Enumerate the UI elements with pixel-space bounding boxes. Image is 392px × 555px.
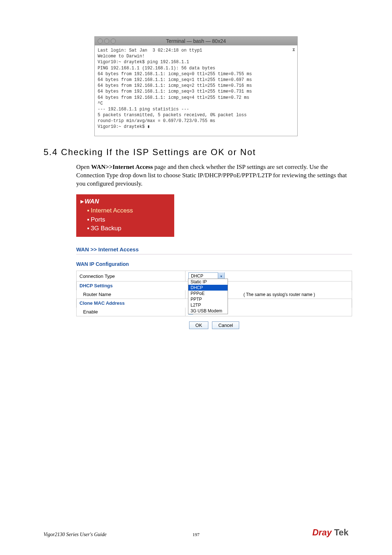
select-value: DHCP <box>189 274 218 279</box>
terminal-line: Vigor10:~ draytek$ ping 192.168.1.1 <box>98 59 294 65</box>
terminal-line: 64 bytes from 192.168.1.1: icmp_seq=4 tt… <box>98 95 294 101</box>
terminal-title: Terminal — bash — 80x24 <box>95 38 297 44</box>
terminal-window: Terminal — bash — 80x24 ⧗ Last login: Sa… <box>94 36 298 136</box>
terminal-line: 5 packets transmitted, 5 packets receive… <box>98 112 294 118</box>
option-pppoe[interactable]: PPPoE <box>188 291 228 296</box>
option-pptp[interactable]: PPTP <box>188 296 228 302</box>
enable-label: Enable <box>77 308 185 316</box>
option-l2tp[interactable]: L2TP <box>188 302 228 308</box>
router-name-note: ( The same as syslog's router name ) <box>244 292 315 297</box>
sidebar-label: Ports <box>91 216 105 223</box>
section-heading: 5.4 Checking If the ISP Settings are OK … <box>44 147 348 157</box>
terminal-line: --- 192.168.1.1 ping statistics --- <box>98 106 294 112</box>
wan-config-panel: Connection Type DHCP ▾ DHCP Settings Rou… <box>76 271 352 334</box>
config-section-title: WAN IP Configuration <box>76 261 348 267</box>
bullet-icon: ▪ <box>87 207 89 214</box>
terminal-line: Welcome to Darwin! <box>98 53 294 59</box>
sidebar-label: WAN <box>85 198 99 205</box>
logo-text-dray: Dray <box>312 527 331 537</box>
terminal-line: ^C <box>98 101 294 106</box>
scroll-indicator-icon: ⧗ <box>292 47 295 53</box>
breadcrumb: WAN >> Internet Access <box>76 246 348 252</box>
terminal-line: 64 bytes from 192.168.1.1: icmp_seq=2 tt… <box>98 83 294 89</box>
terminal-line: 64 bytes from 192.168.1.1: icmp_seq=3 tt… <box>98 89 294 94</box>
terminal-body: ⧗ Last login: Sat Jan 3 02:24:18 on ttyp… <box>95 45 297 136</box>
sidebar-label: Internet Access <box>91 207 133 214</box>
option-static-ip[interactable]: Static IP <box>188 279 228 285</box>
ok-button[interactable]: OK <box>189 321 208 329</box>
draytek-logo: Dray Tek <box>312 527 348 538</box>
bold-text: WAN>>Internet Access <box>91 163 153 170</box>
body-paragraph: Open WAN>>Internet Access page and then … <box>76 163 348 188</box>
terminal-line: Last login: Sat Jan 3 02:24:18 on ttyp1 <box>98 48 294 53</box>
logo-text-tek: Tek <box>332 527 348 537</box>
cancel-button[interactable]: Cancel <box>212 321 239 329</box>
wan-sidebar-menu: ▸WAN ▪Internet Access ▪Ports ▪3G Backup <box>76 194 174 237</box>
section-title: Checking If the ISP Settings are OK or N… <box>61 147 256 157</box>
router-name-label: Router Name <box>77 290 185 299</box>
footer-guide-title: Vigor2130 Series User's Guide <box>44 532 106 538</box>
terminal-line: PING 192.168.1.1 (192.168.1.1): 56 data … <box>98 65 294 71</box>
connection-type-dropdown[interactable]: Static IP DHCP PPPoE PPTP L2TP 3G USB Mo… <box>188 279 228 314</box>
sidebar-item-wan[interactable]: ▸WAN <box>81 197 170 206</box>
option-3g-usb-modem[interactable]: 3G USB Modem <box>188 308 228 314</box>
sidebar-label: 3G Backup <box>91 225 121 232</box>
terminal-line: 64 bytes from 192.168.1.1: icmp_seq=0 tt… <box>98 71 294 77</box>
chevron-right-icon: ▸ <box>81 198 84 205</box>
page-footer: Vigor2130 Series User's Guide 197 Dray T… <box>44 527 348 538</box>
terminal-line: Vigor10:~ draytek$ ▮ <box>98 124 294 130</box>
footer-page-number: 197 <box>192 532 200 538</box>
button-row: OK Cancel <box>76 316 352 334</box>
bullet-icon: ▪ <box>87 216 89 223</box>
section-number: 5.4 <box>44 147 58 157</box>
sidebar-item-internet-access[interactable]: ▪Internet Access <box>81 206 170 215</box>
divider <box>76 254 352 255</box>
text: Open <box>76 163 91 170</box>
connection-type-label: Connection Type <box>77 271 185 281</box>
bullet-icon: ▪ <box>87 225 89 232</box>
sidebar-item-ports[interactable]: ▪Ports <box>81 215 170 224</box>
sidebar-item-3g-backup[interactable]: ▪3G Backup <box>81 224 170 233</box>
terminal-titlebar: Terminal — bash — 80x24 <box>95 37 297 45</box>
option-dhcp[interactable]: DHCP <box>188 285 228 291</box>
terminal-line: 64 bytes from 192.168.1.1: icmp_seq=1 tt… <box>98 77 294 83</box>
terminal-line: round-trip min/avg/max = 0.697/0.723/0.7… <box>98 118 294 124</box>
